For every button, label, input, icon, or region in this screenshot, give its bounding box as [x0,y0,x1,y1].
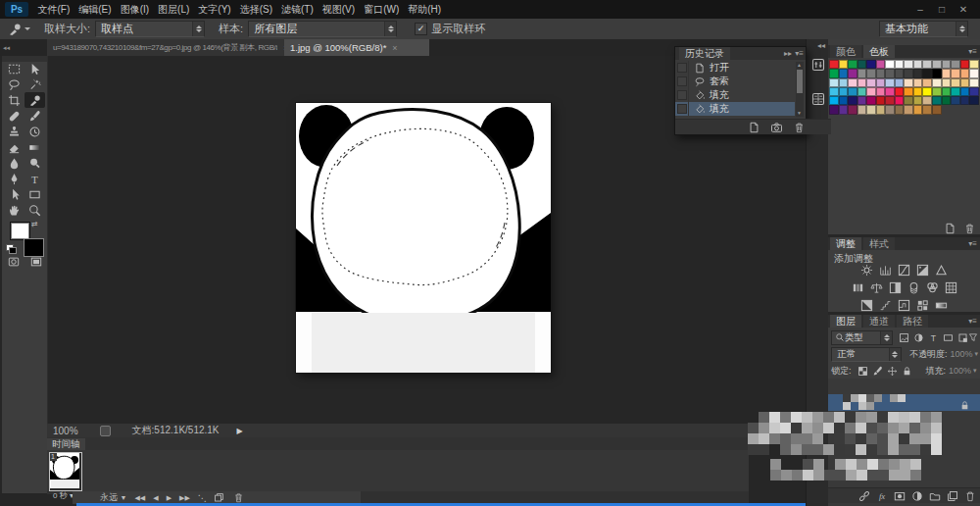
color-swatch[interactable] [942,96,952,105]
color-swatch[interactable] [839,78,849,87]
color-swatch[interactable] [858,96,867,105]
history-state-打开[interactable]: 打开 [675,61,795,75]
levels-icon[interactable] [879,264,892,277]
color-swatch[interactable] [951,87,960,96]
color-swatch[interactable] [895,87,905,96]
screen-mode-button[interactable] [29,256,43,268]
color-swatch[interactable] [922,60,932,69]
color-swatch[interactable] [829,78,839,87]
color-swatch[interactable] [932,78,942,87]
document-tab-active[interactable]: 1.jpg @ 100%(RGB/8)*× [284,39,429,56]
color-balance-icon[interactable] [870,281,883,294]
close-tab-icon[interactable]: × [392,43,397,53]
color-swatch[interactable] [922,87,932,96]
color-swatch[interactable] [969,87,979,96]
color-swatch[interactable] [858,105,867,114]
color-swatch[interactable] [904,87,913,96]
color-swatch[interactable] [942,69,952,77]
pixel-filter-icon[interactable] [899,332,909,343]
filter-toggle-icon[interactable] [968,332,978,342]
color-swatch[interactable] [876,87,886,96]
photo-filter-icon[interactable] [907,281,920,294]
color-swatch[interactable] [969,60,979,69]
color-swatch[interactable] [885,78,895,87]
dock-color-panel-icon[interactable] [809,56,826,73]
tab-adjustments[interactable]: 调整 [830,237,861,250]
color-swatch[interactable] [839,105,849,114]
color-swatch[interactable] [876,96,886,105]
quick-mask-button[interactable] [7,256,21,268]
document-tab-inactive[interactable]: u=943189070,743210109&fm=27&gp=0.jpg @ 1… [47,39,294,56]
color-swatch[interactable] [904,105,913,114]
default-colors-icon[interactable] [6,244,16,253]
color-swatch[interactable] [932,105,942,114]
exposure-icon[interactable] [916,264,929,277]
color-swatch[interactable] [904,69,913,77]
layer-group-button[interactable] [929,490,941,502]
tool-eyedropper[interactable] [24,92,45,108]
hue-saturation-icon[interactable] [852,281,864,294]
document-canvas[interactable] [296,103,551,373]
tool-eraser[interactable] [4,139,24,155]
tool-lasso[interactable] [4,76,24,92]
tool-blur[interactable] [4,155,24,171]
color-swatch[interactable] [951,69,960,77]
blend-mode-dropdown[interactable]: 正常 [831,347,902,362]
menu-5[interactable]: 选择(S) [235,0,276,19]
color-swatch[interactable] [876,69,886,77]
color-swatch[interactable] [885,105,895,114]
color-swatch[interactable] [829,69,839,77]
threshold-icon[interactable] [898,299,910,312]
tool-magic-wand[interactable] [24,76,45,92]
tool-clone-stamp[interactable] [4,124,24,139]
status-arrow-icon[interactable]: ▶ [237,427,243,435]
color-swatch[interactable] [942,87,952,96]
color-swatch[interactable] [858,87,867,96]
tool-type[interactable]: T [24,171,45,186]
color-swatch[interactable] [876,60,886,69]
selective-color-icon[interactable] [916,299,929,312]
vibrance-icon[interactable] [935,264,948,277]
gradient-map-icon[interactable] [935,299,948,312]
color-swatch[interactable] [848,60,858,69]
background-color-swatch[interactable] [24,238,44,257]
menu-6[interactable]: 滤镜(T) [277,0,318,19]
color-swatch[interactable] [895,105,905,114]
tool-move[interactable] [24,61,45,76]
color-swatch[interactable] [829,105,839,114]
swap-colors-icon[interactable]: ⇄ [31,220,38,228]
color-swatch[interactable] [829,60,839,69]
adjustment-filter-icon[interactable] [913,332,924,343]
minimize-button[interactable]: – [909,0,931,19]
color-swatch[interactable] [913,87,923,96]
color-swatch[interactable] [885,60,895,69]
delete-swatch-button[interactable] [963,223,976,234]
smart-object-filter-icon[interactable] [957,332,968,343]
tool-pen[interactable] [4,171,24,186]
new-document-from-state-button[interactable] [748,122,760,133]
new-layer-button[interactable] [947,490,958,502]
color-swatch[interactable] [960,96,970,105]
color-swatch[interactable] [922,78,932,87]
sample-size-dropdown[interactable]: 取样点 [95,21,205,37]
color-swatch[interactable] [885,96,895,105]
color-swatch[interactable] [904,78,913,87]
menu-9[interactable]: 帮助(H) [404,0,446,19]
color-swatch[interactable] [969,78,979,87]
tab-channels[interactable]: 通道 [863,315,895,328]
color-swatch[interactable] [969,96,979,105]
collapse-panel-icon[interactable]: ▸▸ [784,49,792,58]
toolbar-collapse-icon[interactable]: ◂◂ [3,44,10,52]
duplicate-frame-button[interactable] [214,492,225,504]
panel-menu-icon[interactable]: ▾≡ [968,317,977,326]
color-swatch[interactable] [904,96,913,105]
color-swatch[interactable] [951,96,960,105]
animation-frame[interactable]: 1 [49,452,82,491]
color-swatch[interactable] [942,60,952,69]
sync-icon[interactable] [100,426,111,436]
new-swatch-button[interactable] [944,223,956,234]
color-swatch[interactable] [932,60,942,69]
color-swatch[interactable] [848,105,858,114]
color-swatch[interactable] [829,96,839,105]
tool-zoom[interactable] [24,202,45,218]
